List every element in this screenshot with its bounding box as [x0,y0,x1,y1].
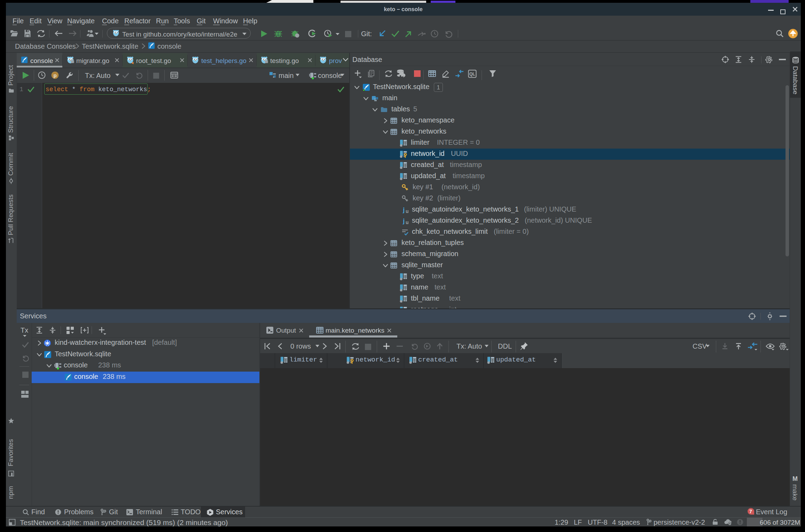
svg-text:u: u [406,208,409,214]
svg-text:7: 7 [749,509,752,514]
svg-text:j: j [402,206,405,213]
svg-text:M: M [792,475,798,482]
svg-text:QL: QL [469,72,475,77]
svg-text:j: j [402,217,405,224]
svg-text:p: p [54,72,57,78]
svg-text:u: u [406,220,409,225]
